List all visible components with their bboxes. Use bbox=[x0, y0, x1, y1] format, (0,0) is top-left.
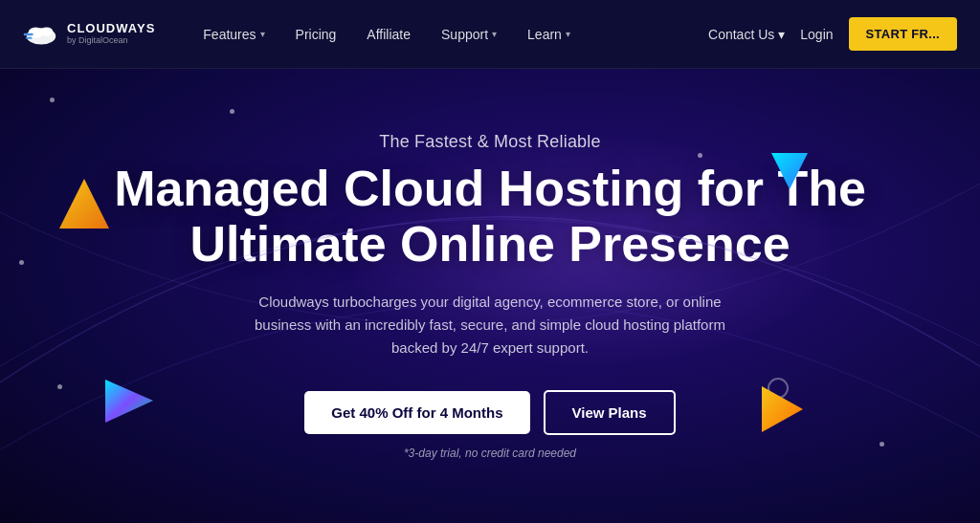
decorative-dot bbox=[698, 153, 702, 158]
chevron-down-icon: ▾ bbox=[566, 29, 570, 39]
hero-subtitle: The Fastest & Most Reliable bbox=[379, 132, 601, 152]
decorative-arrow-right bbox=[757, 386, 803, 432]
chevron-down-icon: ▾ bbox=[492, 29, 497, 39]
decorative-dot bbox=[230, 109, 234, 114]
nav-learn[interactable]: Learn ▾ bbox=[514, 19, 584, 50]
navbar: CLOUDWAYS by DigitalOcean Features ▾ Pri… bbox=[0, 0, 980, 69]
nav-affiliate[interactable]: Affiliate bbox=[353, 19, 424, 50]
hero-title: Managed Cloud Hosting for The Ultimate O… bbox=[98, 162, 882, 271]
contact-us-button[interactable]: Contact Us ▾ bbox=[708, 27, 785, 42]
nav-features[interactable]: Features ▾ bbox=[189, 19, 278, 50]
hero-description: Cloudways turbocharges your digital agen… bbox=[241, 291, 739, 360]
logo[interactable]: CLOUDWAYS by DigitalOcean bbox=[23, 16, 155, 53]
brand-sub: by DigitalOcean bbox=[67, 36, 155, 46]
cta-secondary-button[interactable]: View Plans bbox=[544, 390, 676, 435]
hero-section: The Fastest & Most Reliable Managed Clou… bbox=[0, 69, 980, 523]
brand-name: CLOUDWAYS bbox=[67, 22, 155, 35]
svg-point-2 bbox=[40, 27, 53, 36]
nav-right: Contact Us ▾ Login START FR... bbox=[708, 17, 957, 51]
svg-marker-6 bbox=[762, 386, 803, 432]
nav-links: Features ▾ Pricing Affiliate Support ▾ L… bbox=[189, 19, 708, 50]
login-button[interactable]: Login bbox=[800, 27, 833, 42]
hero-cta-buttons: Get 40% Off for 4 Months View Plans bbox=[304, 390, 675, 435]
decorative-dot bbox=[19, 260, 24, 265]
chevron-down-icon: ▾ bbox=[778, 27, 785, 42]
decorative-dot bbox=[880, 442, 884, 447]
logo-icon bbox=[23, 16, 59, 53]
decorative-dot bbox=[50, 98, 55, 102]
decorative-arrow-left bbox=[100, 375, 153, 427]
svg-marker-5 bbox=[105, 380, 153, 423]
start-free-button[interactable]: START FR... bbox=[849, 17, 957, 51]
cta-primary-button[interactable]: Get 40% Off for 4 Months bbox=[304, 391, 529, 434]
chevron-down-icon: ▾ bbox=[260, 29, 265, 39]
trial-text: *3-day trial, no credit card needed bbox=[404, 447, 576, 460]
nav-pricing[interactable]: Pricing bbox=[282, 19, 350, 50]
nav-support[interactable]: Support ▾ bbox=[428, 19, 510, 50]
decorative-dot bbox=[57, 384, 62, 389]
